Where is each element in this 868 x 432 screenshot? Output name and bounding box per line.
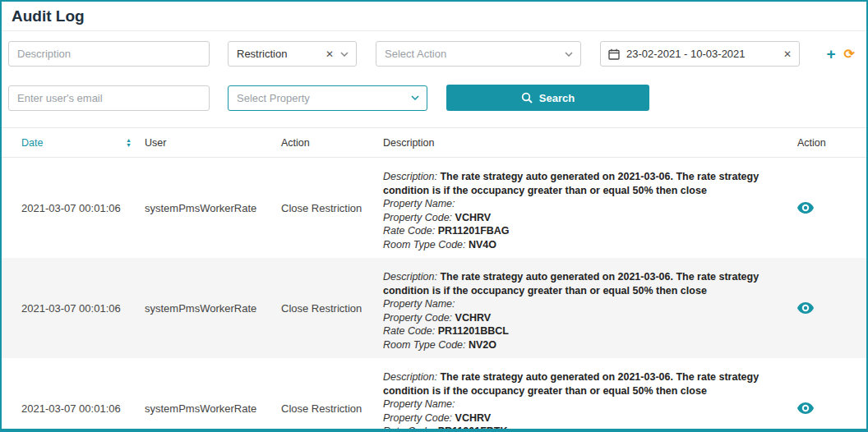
- property-code-value: VCHRV: [455, 212, 492, 223]
- view-details-icon[interactable]: [797, 302, 814, 314]
- property-name-label: Property Name:: [383, 198, 455, 209]
- column-header-date[interactable]: Date ▲ ▼: [21, 137, 145, 149]
- rate-code-value: PR11201BBCL: [438, 325, 509, 337]
- search-button[interactable]: Search: [446, 85, 649, 111]
- column-header-row-action: Action: [791, 137, 866, 149]
- row-description: Description: The rate strategy auto gene…: [383, 358, 791, 432]
- row-view-cell: [791, 302, 866, 314]
- column-header-date-label: Date: [21, 137, 43, 149]
- clear-icon[interactable]: ✕: [326, 48, 334, 60]
- refresh-icon[interactable]: ⟳: [844, 48, 855, 61]
- rate-code-label: Rate Code:: [383, 425, 435, 432]
- category-select-value: Restriction: [237, 48, 321, 60]
- search-icon: [521, 92, 533, 103]
- rate-code-label: Rate Code:: [383, 225, 435, 237]
- filter-row-1: Restriction ✕ Select Action 23-02-2021 -…: [8, 41, 858, 67]
- rate-code-value: PR11201FBAG: [438, 225, 510, 237]
- property-code-value: VCHRV: [455, 412, 492, 424]
- row-date: 2021-03-07 00:01:06: [21, 302, 145, 315]
- sort-down-icon: ▼: [126, 143, 132, 148]
- property-select[interactable]: Select Property: [228, 85, 427, 111]
- description-label: Description:: [383, 171, 437, 182]
- table-row: 2021-03-07 00:01:06 systemPmsWorkerRate …: [2, 258, 866, 358]
- sort-icon[interactable]: ▲ ▼: [126, 138, 132, 148]
- property-code-label: Property Code:: [383, 312, 452, 324]
- row-view-cell: [791, 402, 866, 414]
- filter-panel: Restriction ✕ Select Action 23-02-2021 -…: [2, 31, 866, 111]
- add-icon[interactable]: +: [826, 46, 835, 62]
- room-type-code-value: NV2O: [469, 339, 496, 351]
- property-code-value: VCHRV: [455, 312, 492, 324]
- filter-row-2: Select Property Search: [8, 85, 858, 111]
- audit-log-page: Audit Log Restriction ✕ Select Action: [0, 0, 868, 432]
- property-name-label: Property Name:: [383, 398, 455, 410]
- row-action: Close Restriction: [281, 402, 383, 415]
- row-description: Description: The rate strategy auto gene…: [383, 258, 791, 358]
- rate-code-label: Rate Code:: [383, 325, 435, 337]
- clear-icon[interactable]: ✕: [783, 48, 792, 60]
- panel-actions: + ⟳: [826, 46, 858, 62]
- row-view-cell: [791, 202, 866, 214]
- row-description: Description: The rate strategy auto gene…: [383, 158, 791, 258]
- row-date: 2021-03-07 00:01:06: [21, 402, 145, 415]
- row-action: Close Restriction: [281, 302, 383, 315]
- page-header: Audit Log: [2, 2, 866, 31]
- row-user: systemPmsWorkerRate: [145, 402, 281, 415]
- row-date: 2021-03-07 00:01:06: [21, 202, 145, 214]
- description-value: The rate strategy auto generated on 2021…: [383, 271, 759, 296]
- chevron-down-icon: [565, 52, 573, 57]
- room-type-code-label: Room Type Code:: [383, 239, 466, 250]
- property-name-label: Property Name:: [383, 298, 455, 310]
- search-button-label: Search: [539, 92, 575, 104]
- row-action: Close Restriction: [281, 202, 383, 214]
- property-code-label: Property Code:: [383, 212, 452, 223]
- description-input[interactable]: [8, 41, 210, 67]
- room-type-code-label: Room Type Code:: [383, 339, 466, 351]
- column-header-description: Description: [383, 137, 791, 149]
- view-details-icon[interactable]: [797, 402, 814, 414]
- column-header-user: User: [145, 137, 281, 149]
- date-range-picker[interactable]: 23-02-2021 - 10-03-2021 ✕: [600, 41, 800, 67]
- page-title: Audit Log: [12, 7, 856, 25]
- chevron-down-icon: [411, 95, 419, 100]
- row-user: systemPmsWorkerRate: [145, 202, 281, 214]
- property-select-placeholder: Select Property: [237, 92, 411, 104]
- description-label: Description:: [383, 271, 437, 283]
- row-user: systemPmsWorkerRate: [145, 302, 281, 315]
- description-value: The rate strategy auto generated on 2021…: [383, 171, 759, 196]
- user-email-input[interactable]: [8, 85, 210, 111]
- table-row: 2021-03-07 00:01:06 systemPmsWorkerRate …: [2, 158, 866, 258]
- date-range-value: 23-02-2021 - 10-03-2021: [626, 48, 778, 60]
- table-row: 2021-03-07 00:01:06 systemPmsWorkerRate …: [2, 358, 866, 432]
- calendar-icon: [608, 48, 620, 60]
- action-select-placeholder: Select Action: [385, 48, 565, 60]
- table-body: 2021-03-07 00:01:06 systemPmsWorkerRate …: [2, 158, 866, 432]
- rate-code-value: PR11201FBTK: [438, 425, 508, 432]
- category-select[interactable]: Restriction ✕: [228, 41, 357, 67]
- description-label: Description:: [383, 371, 437, 383]
- room-type-code-value: NV4O: [469, 239, 496, 250]
- action-select[interactable]: Select Action: [376, 41, 581, 67]
- column-header-action: Action: [281, 137, 383, 149]
- description-value: The rate strategy auto generated on 2021…: [383, 371, 759, 397]
- table-header: Date ▲ ▼ User Action Description Action: [2, 127, 866, 158]
- property-code-label: Property Code:: [383, 412, 452, 424]
- chevron-down-icon: [340, 52, 349, 57]
- view-details-icon[interactable]: [797, 202, 814, 214]
